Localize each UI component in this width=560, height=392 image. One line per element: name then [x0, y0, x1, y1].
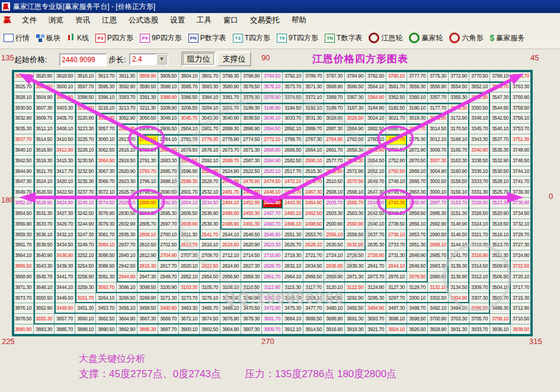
grid-cell: 3340.90 [469, 145, 490, 156]
grid-cell: 2784.10 [158, 134, 179, 145]
toolbar-item-P数字表[interactable]: PNP数字表 [188, 33, 226, 43]
toolbar-item-行情[interactable]: 行情 [4, 33, 30, 43]
grid-cell: 3434.50 [55, 240, 75, 250]
grid-cell: 2668.90 [262, 145, 283, 156]
toolbar-item-label: 9P四方形 [152, 33, 182, 43]
grid-cell: 3638.50 [34, 240, 55, 250]
grid-cell: 3312.10 [469, 272, 490, 282]
toolbar-item-赢家轮[interactable]: 赢家轮 [409, 33, 443, 43]
grid-cell: 3074.50 [96, 198, 117, 208]
grid-cell: 3828.10 [13, 92, 34, 103]
grid-cell: 3878.50 [13, 314, 34, 324]
menu-item-文件[interactable]: 文件 [16, 15, 43, 25]
menu-item-江恩[interactable]: 江恩 [96, 15, 123, 25]
grid-cell: 2457.70 [262, 208, 283, 219]
grid-cell: 3727.30 [511, 240, 532, 250]
grid-cell: 3261.70 [75, 293, 96, 304]
resistance-button[interactable]: 阻力位 [181, 52, 216, 66]
grid-cell: 2832.10 [283, 261, 303, 272]
menu-item-公式选股[interactable]: 公式选股 [123, 15, 164, 25]
analysis-detail: 支撑：45度2757点、0度2743点压力：135度2786点 180度2800… [79, 367, 396, 381]
grid-cell: 3895.30 [137, 324, 158, 335]
grid-cell: 2704.90 [158, 250, 179, 261]
menu-item-交易委托[interactable]: 交易委托 [244, 15, 286, 25]
toolbar-item-9P四方形[interactable]: P99P四方形 [140, 33, 182, 43]
chevron-down-icon[interactable]: ▼ [156, 54, 167, 65]
grid-cell: 2589.70 [220, 156, 241, 166]
grid-cell: 3484.90 [366, 303, 386, 314]
grid-cell: 3698.50 [407, 314, 428, 324]
grid-cell: 2455.30 [241, 208, 262, 219]
support-text: 支撑：45度2757点、0度2743点 [79, 368, 221, 380]
grid-cell: 3547.30 [490, 92, 511, 103]
grid-cell: 3206.50 [179, 103, 200, 114]
toolbar-item-赢家服务[interactable]: $赢家服务 [489, 33, 524, 43]
toolbar-item-label: 板块 [46, 33, 60, 43]
grid-cell: 3592.90 [117, 82, 137, 92]
grid-cell: 2808.10 [137, 230, 158, 240]
grid-cell: 2563.30 [345, 208, 366, 219]
grid-cell: 3806.50 [158, 71, 179, 82]
grid-cell: 3302.50 [428, 293, 449, 304]
grid-cell: 3573.70 [283, 82, 303, 92]
toolbar-item-板块[interactable]: 板块 [36, 33, 60, 43]
grid-cell: 3468.10 [220, 303, 241, 314]
grid-cell: 3890.50 [96, 324, 117, 335]
grid-cell: 3304.90 [449, 293, 469, 304]
toolbar-item-六角形[interactable]: 六角形 [449, 33, 483, 43]
quote-table-icon [4, 34, 14, 42]
grid-cell: 3748.90 [511, 145, 532, 156]
grid-cell: 3220.90 [75, 113, 96, 124]
grid-cell: 2750.50 [386, 166, 407, 177]
toolbar-item-江恩轮[interactable]: 江恩轮 [369, 33, 402, 43]
grid-cell: 3204.10 [200, 103, 220, 114]
grid-cell: 3072.10 [96, 187, 117, 198]
grid-cell: 2620.90 [241, 240, 262, 250]
menu-app-icon[interactable]: 赢 [0, 15, 16, 25]
start-price-input[interactable] [59, 53, 107, 66]
toolbar-item-T数字表[interactable]: TNT数字表 [325, 33, 362, 43]
toolbar-item-9T四方形[interactable]: T99T四方形 [277, 33, 318, 43]
grid-cell: 3328.90 [469, 198, 490, 208]
toolbar-item-P四方形[interactable]: P3P四方形 [95, 33, 133, 43]
grid-cell: 2992.90 [428, 219, 449, 230]
menu-item-工具[interactable]: 工具 [191, 15, 217, 25]
grid-cell: 3420.10 [55, 176, 75, 187]
grid-cell: 3216.10 [96, 103, 117, 114]
grid-cell: 3648.10 [34, 282, 55, 293]
grid-cell: 3038.50 [241, 113, 262, 124]
grid-cell: 2476.90 [241, 176, 262, 187]
grid-cell: 2685.70 [158, 166, 179, 177]
menu-item-帮助[interactable]: 帮助 [286, 15, 312, 25]
grid-cell: 3432.10 [55, 230, 75, 240]
grid-cell: 3576.10 [262, 82, 283, 92]
menu-item-浏览[interactable]: 浏览 [43, 15, 69, 25]
grid-cell: 2656.90 [366, 145, 386, 156]
grid-cell: 3876.10 [13, 303, 34, 314]
toolbar-item-K线[interactable]: K线 [67, 33, 89, 43]
grid-cell: 2652.10 [366, 166, 386, 177]
grid-cell: 2815.30 [137, 261, 158, 272]
grid-cell: 2572.90 [345, 166, 366, 177]
menu-item-资讯[interactable]: 资讯 [69, 15, 96, 25]
grid-cell: 2582.50 [283, 156, 303, 166]
step-select[interactable]: 2.4 ▼ [129, 53, 168, 65]
grid-cell: 3871.30 [13, 282, 34, 293]
grid-cell: 3007.30 [428, 156, 449, 166]
menu-item-窗口[interactable]: 窗口 [217, 15, 244, 25]
grid-cell: 2544.10 [220, 230, 241, 240]
winner-wheel-icon [409, 33, 420, 43]
menu-item-设置[interactable]: 设置 [164, 15, 191, 25]
grid-cell: 3724.90 [511, 250, 532, 261]
grid-cell: 2863.30 [407, 187, 428, 198]
grid-cell: 3525.70 [490, 187, 511, 198]
grid-cell: 2949.70 [158, 272, 179, 282]
grid-cell: 2635.30 [366, 240, 386, 250]
grid-cell: 3096.10 [117, 282, 137, 293]
grid-cell: 2709.70 [200, 250, 220, 261]
grid-cell: 3192.10 [303, 103, 324, 114]
grid-cell: 3619.30 [34, 156, 55, 166]
grid-cell: 3223.30 [75, 124, 96, 134]
support-button[interactable]: 支撑位 [217, 52, 251, 66]
toolbar-item-T四方形[interactable]: T3T四方形 [233, 33, 270, 43]
